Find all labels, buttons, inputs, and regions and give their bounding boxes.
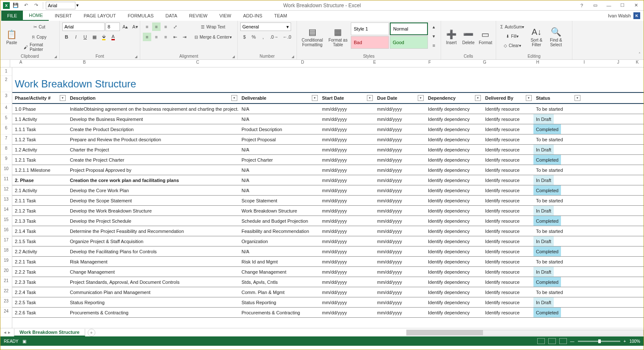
table-cell[interactable]: To be started [533, 257, 582, 266]
table-cell[interactable]: 2.1 Activity [12, 185, 67, 195]
underline-button[interactable]: U [81, 33, 89, 41]
increase-indent-button[interactable]: ⇥ [180, 33, 189, 41]
sheet-tab-active[interactable]: Work Breakdown Structure [14, 329, 85, 336]
table-cell[interactable]: 2.2.4 Task [12, 287, 67, 297]
tab-home[interactable]: HOME [23, 11, 49, 21]
table-row[interactable]: 2.2.6 TaskProcurements & ContractingProc… [12, 308, 644, 318]
table-cell[interactable]: mm/dd/yyyy [375, 267, 425, 277]
table-cell[interactable]: mm/dd/yyyy [375, 246, 425, 256]
table-cell[interactable]: Develop the Core Work Plan [67, 185, 239, 195]
table-cell[interactable]: Identify resource [483, 145, 533, 154]
table-cell[interactable]: Identify resource [483, 257, 533, 266]
style-cell-style1[interactable]: Style 1 [351, 22, 389, 35]
table-cell[interactable]: To be started [533, 165, 582, 175]
table-cell[interactable]: mm/dd/yyyy [375, 216, 425, 226]
tab-nav-prev[interactable]: ▸ [8, 330, 11, 335]
column-header-K[interactable]: K [631, 60, 644, 67]
table-cell[interactable]: Identify resource [483, 297, 533, 307]
table-cell[interactable]: Identify resource [483, 206, 533, 216]
table-cell[interactable]: Risk Id and Mgmt [239, 257, 319, 266]
table-cell[interactable]: Identify resource [483, 175, 533, 185]
table-cell[interactable]: mm/dd/yyyy [319, 196, 375, 205]
redo-button[interactable]: ↷ [32, 1, 40, 10]
table-cell[interactable]: mm/dd/yyyy [319, 165, 375, 175]
column-header-C[interactable]: C [137, 60, 258, 67]
table-cell[interactable]: Identify dependency [425, 277, 483, 287]
save-button[interactable]: 💾 [11, 1, 20, 10]
copy-button[interactable]: ⎘ Copy [22, 33, 57, 41]
tab-page-layout[interactable]: PAGE LAYOUT [78, 11, 122, 21]
table-row[interactable]: 1.1.2 TaskPrepare and Review the Product… [12, 134, 644, 145]
view-normal-button[interactable] [537, 338, 545, 344]
table-cell[interactable]: mm/dd/yyyy [375, 175, 425, 185]
qat-font-input[interactable] [46, 2, 75, 9]
align-right-button[interactable]: ≡ [161, 33, 170, 41]
tab-data[interactable]: DATA [160, 11, 183, 21]
table-cell[interactable]: N/A [239, 246, 319, 256]
table-row[interactable]: 2.2.2 TaskChange ManagementChange Manage… [12, 267, 644, 277]
table-cell[interactable]: In Draft [533, 175, 582, 185]
table-cell[interactable]: Completed [533, 185, 582, 195]
help-button[interactable]: ? [576, 1, 588, 10]
close-button[interactable]: ✕ [630, 1, 642, 10]
row-headers[interactable]: 1 2 3 4567891011121314151617181920212223… [0, 67, 12, 328]
decrease-indent-button[interactable]: ⇤ [171, 33, 179, 41]
table-cell[interactable]: 2.1.3 Task [12, 216, 67, 226]
table-cell[interactable]: Identify dependency [425, 216, 483, 226]
table-cell[interactable]: 2.2 Activity [12, 246, 67, 256]
row-header[interactable]: 20 [0, 267, 12, 277]
table-cell[interactable]: Identify dependency [425, 246, 483, 256]
table-cell[interactable]: Identify resource [483, 267, 533, 277]
table-cell[interactable]: Product Description [239, 124, 319, 134]
table-cell[interactable]: 2. Phase [12, 175, 67, 185]
table-row[interactable]: 1.1 ActivityDevelop the Business Require… [12, 114, 644, 124]
table-cell[interactable]: Identify dependency [425, 257, 483, 266]
font-size-combo[interactable]: 8 [105, 22, 120, 31]
zoom-slider[interactable] [578, 341, 620, 342]
zoom-out-button[interactable]: — [570, 339, 575, 344]
column-header-G[interactable]: G [457, 60, 512, 67]
table-cell[interactable]: Procurements & Contracting [239, 308, 319, 317]
fill-button[interactable]: ⬇ Fill ▾ [499, 32, 526, 40]
decrease-font-button[interactable]: A▾ [130, 22, 139, 31]
table-cell[interactable]: To be started [533, 287, 582, 297]
table-cell[interactable]: Completed [533, 246, 582, 256]
row-header[interactable]: 23 [0, 297, 12, 308]
table-cell[interactable]: Develop the Facilitating Plans for Contr… [67, 246, 239, 256]
styles-scroll-down[interactable]: ▾ [430, 32, 438, 40]
table-cell[interactable]: Identify resource [483, 104, 533, 114]
table-row[interactable]: 2.2.5 TaskStatus ReportingStatus Reporti… [12, 297, 644, 308]
align-middle-button[interactable]: ≡ [152, 22, 161, 31]
table-row[interactable]: 1.2.1.1 MilestoneProject Proposal Approv… [12, 165, 644, 175]
table-cell[interactable]: Identify dependency [425, 175, 483, 185]
tab-review[interactable]: REVIEW [183, 11, 213, 21]
table-cell[interactable]: mm/dd/yyyy [375, 185, 425, 195]
user-avatar[interactable]: K [633, 12, 640, 19]
table-cell[interactable]: 2.2.1 Task [12, 257, 67, 266]
align-left-button[interactable]: ≡ [143, 33, 151, 41]
table-cell[interactable]: mm/dd/yyyy [319, 257, 375, 266]
table-cell[interactable]: In Draft [533, 145, 582, 154]
table-cell[interactable]: To be started [533, 104, 582, 114]
worksheet[interactable]: 1 2 3 4567891011121314151617181920212223… [0, 67, 644, 328]
column-header-B[interactable]: B [31, 60, 137, 67]
table-cell[interactable]: In Draft [533, 267, 582, 277]
table-cell[interactable]: mm/dd/yyyy [319, 145, 375, 154]
table-cell[interactable]: In Draft [533, 236, 582, 246]
table-cell[interactable]: mm/dd/yyyy [375, 277, 425, 287]
table-cell[interactable]: Identify resource [483, 124, 533, 134]
view-pagebreak-button[interactable] [559, 338, 567, 344]
table-row[interactable]: 1.1.1 TaskCreate the Product Description… [12, 124, 644, 134]
table-cell[interactable]: Identify dependency [425, 297, 483, 307]
row-header[interactable]: 14 [0, 206, 12, 216]
insert-cells-button[interactable]: ➕Insert [444, 22, 459, 50]
table-cell[interactable]: Completed [533, 124, 582, 134]
font-name-combo[interactable]: Arial [62, 22, 105, 31]
font-color-button[interactable]: A [109, 33, 117, 41]
table-cell[interactable]: Completed [533, 216, 582, 226]
table-cell[interactable]: 2.1.4 Task [12, 226, 67, 236]
table-cell[interactable]: Develop the Work Breakdown Structure [67, 206, 239, 216]
table-cell[interactable]: Stds, Apvls, Cntls [239, 277, 319, 287]
find-select-button[interactable]: 🔍Find & Select [547, 22, 565, 50]
column-header-F[interactable]: F [402, 60, 457, 67]
